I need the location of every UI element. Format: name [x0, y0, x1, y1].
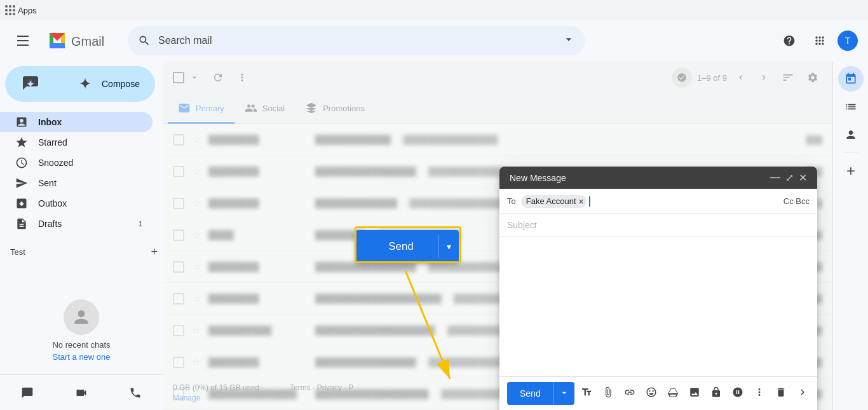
gmail-logo: Gmail: [43, 28, 112, 53]
meet-icon[interactable]: [69, 380, 94, 406]
send-dropdown-button[interactable]: [553, 382, 574, 405]
search-icon: [138, 34, 151, 47]
compose-icon: [20, 74, 41, 94]
to-cursor: [589, 196, 590, 207]
starred-label: Starred: [38, 137, 67, 147]
recipient-chip: Fake Account ×: [521, 195, 587, 208]
apps-label: Apps: [18, 6, 37, 15]
search-dropdown-btn[interactable]: [562, 33, 575, 48]
drafts-icon: [15, 217, 28, 230]
remove-recipient-button[interactable]: ×: [579, 196, 584, 207]
apps-link[interactable]: Apps: [5, 5, 37, 15]
right-sidebar: [832, 61, 868, 410]
apps-button[interactable]: [807, 28, 832, 53]
menu-button[interactable]: [10, 28, 36, 53]
svg-text:Gmail: Gmail: [71, 34, 104, 48]
drive-button[interactable]: [663, 383, 682, 404]
recipient-name: Fake Account: [526, 196, 576, 206]
compose-plus-icon: [48, 72, 71, 95]
compose-title: New Message: [510, 173, 770, 183]
no-chats-text: No recent chats: [52, 340, 110, 350]
send-dropdown-icon: [559, 388, 569, 398]
add-sidebar-icon[interactable]: [838, 158, 864, 184]
photo-button[interactable]: [685, 383, 704, 404]
chat-avatar: [64, 299, 99, 335]
subject-input[interactable]: [507, 220, 810, 230]
compose-button[interactable]: ✦ Compose: [5, 66, 155, 102]
sidebar-item-snoozed[interactable]: Snoozed: [0, 153, 153, 173]
send-button-group: Send: [507, 382, 574, 405]
confidential-button[interactable]: [707, 383, 726, 404]
compose-to-field[interactable]: To Fake Account × Cc Bcc: [499, 189, 817, 214]
expand-button[interactable]: ⤢: [785, 172, 794, 184]
phone-icon[interactable]: [123, 380, 148, 406]
starred-icon: [15, 136, 28, 149]
discard-button[interactable]: [771, 383, 790, 404]
minimize-button[interactable]: —: [770, 172, 780, 184]
inbox-label: Inbox: [38, 117, 62, 127]
compose-header[interactable]: New Message — ⤢ ✕: [499, 167, 817, 189]
compose-body[interactable]: [499, 236, 817, 376]
emoji-button[interactable]: [642, 383, 661, 404]
chat-icon[interactable]: [15, 380, 40, 406]
send-button[interactable]: Send: [507, 382, 553, 405]
tasks-icon[interactable]: [838, 94, 864, 120]
compose-label: Compose: [102, 79, 140, 89]
apps-grid-icon: [5, 5, 15, 15]
compose-window: New Message — ⤢ ✕ To Fake Account × Cc B…: [499, 167, 817, 410]
attach-button[interactable]: [599, 383, 618, 404]
divider: [843, 153, 858, 153]
sidebar-bottom-icons: [0, 374, 163, 410]
search-bar[interactable]: Search mail: [128, 26, 585, 55]
to-label: To: [507, 196, 516, 206]
start-new-chat-link[interactable]: Start a new one: [52, 352, 110, 362]
sidebar-item-outbox[interactable]: Outbox: [0, 193, 153, 214]
snoozed-label: Snoozed: [38, 158, 73, 168]
formatting-button[interactable]: [577, 383, 596, 404]
calendar-icon[interactable]: [838, 66, 864, 92]
compose-header-buttons: — ⤢ ✕: [770, 172, 807, 184]
more-options-compose-button[interactable]: [750, 383, 769, 404]
inbox-icon: [15, 116, 28, 128]
search-placeholder: Search mail: [158, 35, 555, 46]
add-label-button[interactable]: +: [151, 245, 158, 259]
labels-section: Test +: [0, 242, 163, 262]
sidebar-item-drafts[interactable]: Drafts 1: [0, 214, 153, 234]
compose-plus-symbol: ✦: [79, 75, 92, 93]
header-right: T: [776, 28, 858, 53]
link-button[interactable]: [620, 383, 639, 404]
close-compose-button[interactable]: ✕: [799, 172, 807, 184]
sidebar: ✦ Compose Inbox Starred Snoozed Sent Out…: [0, 61, 163, 410]
account-avatar[interactable]: T: [837, 31, 858, 51]
outbox-label: Outbox: [38, 198, 67, 208]
sidebar-item-sent[interactable]: Sent: [0, 173, 153, 193]
compose-footer-right: [750, 383, 812, 404]
help-button[interactable]: [776, 28, 802, 53]
top-bar: Apps: [0, 0, 868, 20]
test-label: Test: [10, 247, 25, 257]
drafts-badge: 1: [139, 220, 142, 228]
sent-label: Sent: [38, 178, 57, 188]
compose-subject-field[interactable]: [499, 214, 817, 236]
compose-footer: Send: [499, 376, 817, 410]
signature-button[interactable]: [728, 383, 747, 404]
sent-icon: [15, 177, 28, 189]
sidebar-item-starred[interactable]: Starred: [0, 132, 153, 153]
drafts-label: Drafts: [38, 219, 62, 229]
sidebar-item-inbox[interactable]: Inbox: [0, 112, 153, 132]
cc-bcc-button[interactable]: Cc Bcc: [783, 196, 810, 206]
outbox-icon: [15, 197, 28, 210]
contacts-icon[interactable]: [838, 122, 864, 147]
expand-compose-button[interactable]: [793, 383, 812, 404]
header: Gmail Search mail T: [0, 20, 868, 61]
snoozed-icon: [15, 156, 28, 169]
sidebar-chat-section: No recent chats Start a new one: [0, 289, 163, 372]
